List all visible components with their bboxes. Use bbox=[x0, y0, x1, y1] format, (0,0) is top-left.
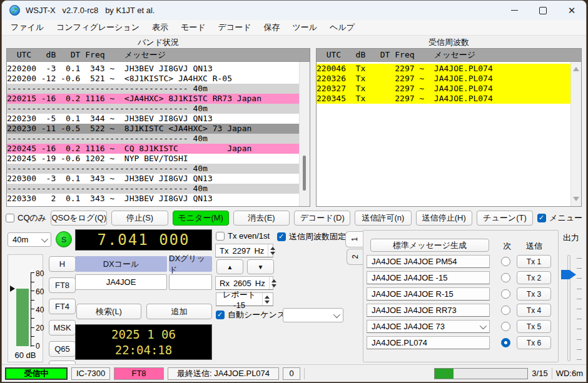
band-activity-row[interactable]: 220230 -5 0.1 344 ~ JH3BEV JI8GVJ QN13 bbox=[7, 114, 300, 124]
band-activity-row[interactable]: 220300 -3 0.1 343 ~ JH3BEV JI8GVJ QN13 bbox=[7, 174, 300, 184]
menu-tools[interactable]: ツール bbox=[286, 20, 324, 35]
log-qso-button[interactable]: QSOをログ(Q) bbox=[51, 211, 107, 226]
tx5-next-radio[interactable] bbox=[501, 322, 510, 331]
band-activity-row[interactable]: ------------------------------------- 40… bbox=[7, 84, 300, 94]
close-button[interactable]: ✕ bbox=[557, 1, 586, 20]
tx-progress-bar bbox=[434, 368, 528, 379]
band-activity-row[interactable]: 220245 -16 0.2 1116 ~ CQ 8J1KISTC Japan bbox=[7, 144, 300, 154]
tx5-button[interactable]: Tx 5 bbox=[517, 320, 551, 333]
tx6-next-radio[interactable] bbox=[501, 338, 510, 347]
erase-button[interactable]: 消去(E) bbox=[233, 211, 290, 226]
band-activity-row[interactable]: 220245 -19 -0.6 1202 ~ NYP BEV/TOSHI bbox=[7, 154, 300, 164]
hold-tx-freq-label: 送信周波数固定 bbox=[289, 231, 346, 242]
tx-down-button[interactable]: ▼ bbox=[247, 259, 274, 274]
generate-std-msgs-button[interactable]: 標準メッセージ生成 bbox=[370, 239, 489, 252]
rx-frequency-row[interactable]: 220326 Tx 2297 ~ JA4JOE.PL074 bbox=[317, 74, 571, 84]
band-activity-header: UTC dB DT Freq メッセージ bbox=[7, 49, 310, 62]
band-select[interactable]: 40m bbox=[8, 232, 51, 247]
tab-2[interactable]: 2 bbox=[347, 249, 363, 265]
menu-view[interactable]: 表示 bbox=[146, 20, 175, 35]
scroll-down-icon[interactable] bbox=[573, 197, 579, 201]
auto-seq-checkbox[interactable]: 自動シーケンス bbox=[216, 309, 285, 321]
rx-frequency-row[interactable]: 220345 Tx 2297 ~ JA4JOE.PL074 bbox=[317, 94, 571, 104]
tx2-button[interactable]: Tx 2 bbox=[517, 271, 551, 284]
menus-checkbox[interactable]: メニュー bbox=[537, 212, 582, 224]
menu-configurations[interactable]: コンフィグレーション bbox=[50, 20, 146, 35]
rx-frequency-scrollbar[interactable] bbox=[570, 62, 581, 206]
rig-name: IC-7300 bbox=[71, 367, 110, 380]
tx-freq-spinner[interactable]: Tx 2297 Hz bbox=[215, 244, 273, 257]
tx1-button[interactable]: Tx 1 bbox=[517, 255, 551, 268]
tx2-message-field[interactable]: JA4JOE JA4JOE -15 bbox=[367, 271, 490, 284]
minimize-button[interactable] bbox=[500, 1, 529, 20]
monitor-button[interactable]: モニター(M) bbox=[173, 211, 229, 226]
band-activity-row[interactable]: ------------------------------------- 40… bbox=[7, 104, 300, 114]
maximize-button[interactable] bbox=[529, 1, 557, 20]
tx4-next-radio[interactable] bbox=[501, 306, 510, 315]
mode-q65-button[interactable]: Q65 bbox=[49, 341, 76, 357]
menu-help[interactable]: ヘルプ bbox=[323, 20, 361, 35]
tx-even-checkbox-box[interactable] bbox=[216, 232, 225, 241]
band-activity-scrollbar[interactable] bbox=[299, 62, 310, 206]
spinner-arrows-icon[interactable] bbox=[269, 277, 278, 289]
tab-1[interactable]: 1 bbox=[345, 231, 363, 247]
tune-button[interactable]: チューン(T) bbox=[477, 211, 533, 226]
stop-button[interactable]: 停止(S) bbox=[111, 211, 168, 226]
spinner-arrows-icon[interactable] bbox=[268, 244, 277, 257]
menu-mode[interactable]: モード bbox=[175, 20, 212, 35]
tx3-button[interactable]: Tx 3 bbox=[517, 287, 551, 301]
band-activity-row[interactable]: 220230 -11 -0.5 522 ~ 8J1KISTC <JA4HXC> … bbox=[7, 124, 300, 134]
tx-up-button[interactable]: ▲ bbox=[216, 259, 243, 274]
rx-freq-spinner[interactable]: Rx 2605 Hz bbox=[215, 276, 273, 290]
cq-only-checkbox-box[interactable] bbox=[6, 214, 14, 222]
band-activity-row[interactable]: 220215 -16 0.2 1116 ~ <JA4HXC> 8J1KISTC … bbox=[7, 94, 300, 104]
rx-frequency-row[interactable]: 220327 Tx 2297 ~ JA4JOE.PL074 bbox=[317, 84, 571, 94]
band-activity-row[interactable]: ------------------------------------- 40… bbox=[7, 134, 300, 144]
menu-file[interactable]: ファイル bbox=[4, 20, 50, 35]
report-spinner[interactable]: レポート -15 bbox=[216, 292, 273, 306]
tx4-button[interactable]: Tx 4 bbox=[517, 304, 551, 317]
mode-msk-button[interactable]: MSK bbox=[49, 320, 76, 336]
mode-ft8-button[interactable]: FT8 bbox=[49, 277, 76, 293]
tx3-next-radio[interactable] bbox=[501, 289, 510, 299]
auto-seq-checkbox-box[interactable] bbox=[216, 311, 225, 319]
tx-even-checkbox[interactable]: Tx even/1st bbox=[216, 231, 270, 241]
tx5-message-combo[interactable]: JA4JOE JA4JOE 73 bbox=[367, 320, 490, 333]
scroll-up-icon[interactable] bbox=[573, 67, 579, 71]
band-activity-row[interactable]: ------------------------------------- 40… bbox=[7, 164, 300, 174]
meter-label-60: 60 bbox=[36, 289, 48, 295]
lookup-button[interactable]: 検索(L) bbox=[76, 304, 141, 319]
tx1-next-radio[interactable] bbox=[501, 257, 510, 266]
enable-tx-button[interactable]: 送信許可(n) bbox=[355, 211, 411, 226]
halt-tx-button[interactable]: 送信停止(H) bbox=[416, 211, 472, 226]
tx1-message-field[interactable]: JA4JOE JA4JOE PM54 bbox=[367, 255, 490, 268]
menu-decode[interactable]: デコード bbox=[212, 20, 258, 35]
tx3-message-field[interactable]: JA4JOE JA4JOE R-15 bbox=[367, 287, 490, 301]
hold-tx-freq-checkbox[interactable]: 送信周波数固定 bbox=[277, 231, 346, 242]
mode-ft4-button[interactable]: FT4 bbox=[49, 299, 76, 314]
hold-tx-freq-checkbox-box[interactable] bbox=[277, 232, 286, 241]
decode-button[interactable]: デコード(D) bbox=[294, 211, 350, 226]
add-button[interactable]: 追加 bbox=[146, 304, 212, 319]
tx6-button[interactable]: Tx 6 bbox=[517, 336, 551, 349]
tx6-message-field[interactable]: JA4JOE.PL074 bbox=[367, 336, 490, 349]
band-activity-row[interactable]: 220200 -3 0.1 343 ~ JH3BEV JI8GVJ QN13 bbox=[7, 64, 300, 74]
scrollbar-thumb[interactable] bbox=[303, 156, 306, 191]
rx-frequency-row[interactable]: 220046 Tx 2297 ~ JA4JOE.PL074 bbox=[317, 64, 571, 74]
pwr-slider-handle[interactable] bbox=[561, 270, 576, 279]
dx-grid-input[interactable] bbox=[169, 274, 212, 290]
tx4-message-field[interactable]: JA4JOE JA4JOE RR73 bbox=[367, 304, 490, 317]
dx-call-input[interactable]: JA4JOE bbox=[75, 274, 167, 290]
status-s-button[interactable]: S bbox=[56, 231, 72, 247]
empty-combo[interactable] bbox=[283, 308, 343, 322]
menu-save[interactable]: 保存 bbox=[258, 20, 286, 35]
band-activity-row[interactable]: 220330 2 0.1 343 ~ JH3BEV JI8GVJ QN13 bbox=[7, 194, 300, 204]
chevron-down-icon bbox=[480, 322, 487, 329]
cq-only-checkbox[interactable]: CQのみ bbox=[6, 212, 46, 224]
tx2-next-radio[interactable] bbox=[501, 273, 510, 282]
spinner-arrows-icon[interactable] bbox=[262, 293, 271, 306]
menus-checkbox-box[interactable] bbox=[537, 214, 546, 222]
band-activity-row[interactable]: 220200 -12 -0.6 521 ~ <8J1KISTC> JA4HXC … bbox=[7, 74, 300, 84]
band-activity-row[interactable]: ------------------------------------- 40… bbox=[7, 184, 300, 194]
mode-h-button[interactable]: H bbox=[49, 256, 76, 272]
